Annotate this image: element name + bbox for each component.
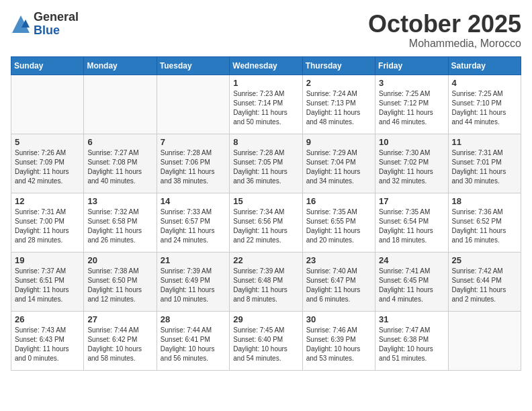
calendar-cell: 30Sunrise: 7:46 AMSunset: 6:39 PMDayligh… [302, 311, 375, 370]
title-block: October 2025 Mohammedia, Morocco [368, 11, 521, 50]
day-info: Sunrise: 7:32 AMSunset: 6:58 PMDaylight:… [87, 208, 152, 245]
col-header-friday: Friday [375, 56, 448, 75]
day-number: 25 [452, 255, 517, 265]
calendar-header-row: SundayMondayTuesdayWednesdayThursdayFrid… [11, 56, 521, 75]
calendar-cell: 22Sunrise: 7:39 AMSunset: 6:48 PMDayligh… [230, 252, 302, 311]
day-info: Sunrise: 7:25 AMSunset: 7:10 PMDaylight:… [452, 89, 517, 127]
calendar-cell: 11Sunrise: 7:31 AMSunset: 7:01 PMDayligh… [448, 134, 521, 193]
day-number: 6 [87, 137, 152, 147]
day-info: Sunrise: 7:29 AMSunset: 7:04 PMDaylight:… [306, 148, 371, 186]
day-number: 24 [379, 255, 444, 265]
location: Mohammedia, Morocco [368, 38, 521, 50]
calendar-cell: 4Sunrise: 7:25 AMSunset: 7:10 PMDaylight… [448, 75, 521, 134]
calendar-week-2: 5Sunrise: 7:26 AMSunset: 7:09 PMDaylight… [11, 134, 521, 193]
day-number: 11 [452, 137, 517, 147]
day-number: 28 [161, 314, 226, 324]
calendar-cell: 25Sunrise: 7:42 AMSunset: 6:44 PMDayligh… [448, 252, 521, 311]
day-number: 19 [15, 255, 80, 265]
day-number: 3 [379, 78, 444, 88]
calendar-cell: 9Sunrise: 7:29 AMSunset: 7:04 PMDaylight… [302, 134, 375, 193]
calendar-cell: 31Sunrise: 7:47 AMSunset: 6:38 PMDayligh… [375, 311, 448, 370]
calendar-cell [84, 75, 157, 134]
col-header-sunday: Sunday [11, 56, 84, 75]
day-number: 2 [306, 78, 371, 88]
day-number: 8 [233, 137, 298, 147]
day-number: 22 [233, 255, 298, 265]
calendar-cell: 21Sunrise: 7:39 AMSunset: 6:49 PMDayligh… [157, 252, 229, 311]
day-info: Sunrise: 7:27 AMSunset: 7:08 PMDaylight:… [87, 148, 152, 186]
day-info: Sunrise: 7:37 AMSunset: 6:51 PMDaylight:… [15, 267, 80, 304]
calendar-cell: 29Sunrise: 7:45 AMSunset: 6:40 PMDayligh… [230, 311, 302, 370]
day-info: Sunrise: 7:45 AMSunset: 6:40 PMDaylight:… [233, 326, 298, 363]
day-number: 15 [233, 196, 298, 206]
day-info: Sunrise: 7:31 AMSunset: 7:00 PMDaylight:… [15, 208, 80, 245]
calendar-cell: 14Sunrise: 7:33 AMSunset: 6:57 PMDayligh… [157, 193, 229, 252]
calendar-cell: 24Sunrise: 7:41 AMSunset: 6:45 PMDayligh… [375, 252, 448, 311]
day-info: Sunrise: 7:39 AMSunset: 6:49 PMDaylight:… [161, 267, 226, 304]
col-header-monday: Monday [84, 56, 157, 75]
day-info: Sunrise: 7:28 AMSunset: 7:06 PMDaylight:… [161, 148, 226, 186]
logo-text: General Blue [34, 11, 79, 38]
day-number: 21 [161, 255, 226, 265]
day-number: 14 [161, 196, 226, 206]
col-header-wednesday: Wednesday [230, 56, 302, 75]
day-info: Sunrise: 7:28 AMSunset: 7:05 PMDaylight:… [233, 148, 298, 186]
day-info: Sunrise: 7:25 AMSunset: 7:12 PMDaylight:… [379, 89, 444, 127]
logo-blue-text: Blue [34, 24, 79, 38]
day-number: 12 [15, 196, 80, 206]
day-number: 17 [379, 196, 444, 206]
calendar-cell [157, 75, 229, 134]
calendar-cell: 26Sunrise: 7:43 AMSunset: 6:43 PMDayligh… [11, 311, 84, 370]
day-number: 20 [87, 255, 152, 265]
calendar-week-1: 1Sunrise: 7:23 AMSunset: 7:14 PMDaylight… [11, 75, 521, 134]
day-info: Sunrise: 7:30 AMSunset: 7:02 PMDaylight:… [379, 148, 444, 186]
day-number: 1 [233, 78, 298, 88]
day-number: 23 [306, 255, 371, 265]
col-header-saturday: Saturday [448, 56, 521, 75]
day-info: Sunrise: 7:38 AMSunset: 6:50 PMDaylight:… [87, 267, 152, 304]
day-number: 10 [379, 137, 444, 147]
calendar-cell [448, 311, 521, 370]
day-info: Sunrise: 7:39 AMSunset: 6:48 PMDaylight:… [233, 267, 298, 304]
calendar-cell [11, 75, 84, 134]
calendar-cell: 7Sunrise: 7:28 AMSunset: 7:06 PMDaylight… [157, 134, 229, 193]
day-number: 29 [233, 314, 298, 324]
logo-general-text: General [34, 11, 79, 24]
day-info: Sunrise: 7:24 AMSunset: 7:13 PMDaylight:… [306, 89, 371, 127]
day-number: 30 [306, 314, 371, 324]
calendar-cell: 12Sunrise: 7:31 AMSunset: 7:00 PMDayligh… [11, 193, 84, 252]
col-header-tuesday: Tuesday [157, 56, 229, 75]
day-number: 27 [87, 314, 152, 324]
day-info: Sunrise: 7:47 AMSunset: 6:38 PMDaylight:… [379, 326, 444, 363]
calendar-week-4: 19Sunrise: 7:37 AMSunset: 6:51 PMDayligh… [11, 252, 521, 311]
day-info: Sunrise: 7:26 AMSunset: 7:09 PMDaylight:… [15, 148, 80, 186]
calendar-cell: 18Sunrise: 7:36 AMSunset: 6:52 PMDayligh… [448, 193, 521, 252]
calendar-cell: 1Sunrise: 7:23 AMSunset: 7:14 PMDaylight… [230, 75, 302, 134]
calendar-table: SundayMondayTuesdayWednesdayThursdayFrid… [11, 56, 521, 371]
calendar-cell: 27Sunrise: 7:44 AMSunset: 6:42 PMDayligh… [84, 311, 157, 370]
day-info: Sunrise: 7:33 AMSunset: 6:57 PMDaylight:… [161, 208, 226, 245]
col-header-thursday: Thursday [302, 56, 375, 75]
calendar-cell: 13Sunrise: 7:32 AMSunset: 6:58 PMDayligh… [84, 193, 157, 252]
day-info: Sunrise: 7:34 AMSunset: 6:56 PMDaylight:… [233, 208, 298, 245]
day-info: Sunrise: 7:43 AMSunset: 6:43 PMDaylight:… [15, 326, 80, 363]
day-info: Sunrise: 7:23 AMSunset: 7:14 PMDaylight:… [233, 89, 298, 127]
day-number: 13 [87, 196, 152, 206]
day-number: 4 [452, 78, 517, 88]
day-number: 5 [15, 137, 80, 147]
day-info: Sunrise: 7:42 AMSunset: 6:44 PMDaylight:… [452, 267, 517, 304]
calendar-cell: 2Sunrise: 7:24 AMSunset: 7:13 PMDaylight… [302, 75, 375, 134]
calendar-week-5: 26Sunrise: 7:43 AMSunset: 6:43 PMDayligh… [11, 311, 521, 370]
day-number: 7 [161, 137, 226, 147]
calendar-cell: 10Sunrise: 7:30 AMSunset: 7:02 PMDayligh… [375, 134, 448, 193]
calendar-week-3: 12Sunrise: 7:31 AMSunset: 7:00 PMDayligh… [11, 193, 521, 252]
day-info: Sunrise: 7:41 AMSunset: 6:45 PMDaylight:… [379, 267, 444, 304]
day-info: Sunrise: 7:31 AMSunset: 7:01 PMDaylight:… [452, 148, 517, 186]
day-number: 26 [15, 314, 80, 324]
day-info: Sunrise: 7:44 AMSunset: 6:42 PMDaylight:… [87, 326, 152, 363]
calendar-cell: 5Sunrise: 7:26 AMSunset: 7:09 PMDaylight… [11, 134, 84, 193]
day-number: 18 [452, 196, 517, 206]
calendar-cell: 16Sunrise: 7:35 AMSunset: 6:55 PMDayligh… [302, 193, 375, 252]
day-info: Sunrise: 7:36 AMSunset: 6:52 PMDaylight:… [452, 208, 517, 245]
logo: General Blue [11, 11, 79, 38]
